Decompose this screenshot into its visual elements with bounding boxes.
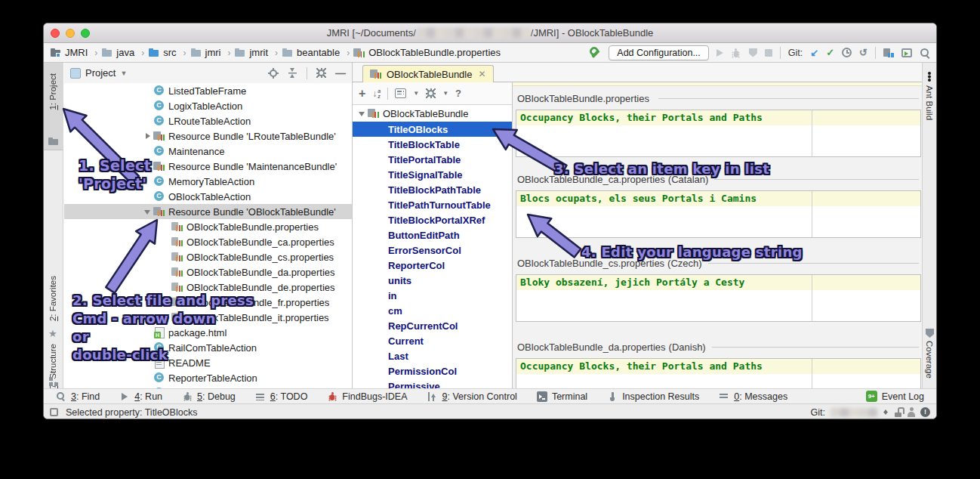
key-row[interactable]: cm [353,303,512,318]
sidebar-tab-project[interactable]: 1: Project [48,73,57,110]
toggle-toolwindows-icon[interactable] [50,408,58,416]
title-bar[interactable]: JMRI [~/Documents//JMRI] - OBlockTableBu… [44,23,936,43]
breadcrumb-item[interactable]: JMRI › [50,47,101,59]
key-row[interactable]: ReporterCol [353,258,512,273]
breadcrumb-item[interactable]: src › [148,47,190,59]
coverage-icon[interactable] [749,48,757,57]
rollback-icon[interactable]: ↺ [859,48,868,58]
tool-window-button[interactable]: 9: Version Control [427,391,517,402]
branch-switcher-icon[interactable] [883,407,889,417]
breadcrumb-item[interactable]: beantable › [282,47,353,59]
chevron-down-icon[interactable]: ▼ [442,90,448,97]
key-row[interactable]: RepCurrentCol [353,318,512,333]
key-row[interactable]: PermissionCol [353,363,512,379]
key-row[interactable]: TitleBlockTable [353,137,512,152]
tree-row[interactable]: OBlockTableBundle_da.properties [64,264,352,280]
event-log-label: Event Log [882,391,924,402]
tree-row[interactable]: OBlockTableBundle_cs.properties [64,249,352,264]
key-row[interactable]: ButtonEditPath [353,227,512,243]
key-row[interactable]: TitleBlockPathTable [353,182,512,197]
collapse-all-icon[interactable] [288,68,297,78]
breadcrumb-item[interactable]: java › [101,47,148,59]
add-configuration-button[interactable]: Add Configuration... [609,45,709,60]
tree-row[interactable]: OBlockTableBundle_ca.properties [64,234,352,249]
gear-icon[interactable] [316,68,326,78]
key-row[interactable]: units [353,273,512,288]
tree-row[interactable]: Resource Bundle 'LRouteTableBundle' [64,128,352,144]
add-property-icon[interactable]: + [359,88,365,99]
git-commit-icon[interactable]: ✓ [826,48,834,58]
value-editor[interactable]: Bloky obsazení, jejich Portály a Cesty [516,274,921,322]
hide-panel-icon[interactable]: — [335,68,346,79]
expand-arrow-icon[interactable] [143,206,153,218]
sort-icon[interactable]: ↓az [372,88,381,99]
value-editor[interactable]: Occupancy Blocks, their Portals and Path… [516,358,921,388]
key-row[interactable]: TitlePathTurnoutTable [353,197,512,212]
tree-row[interactable]: Resource Bundle 'OBlockTableBundle' [64,204,352,219]
debug-icon[interactable] [731,48,741,58]
run-icon[interactable] [717,49,723,57]
search-everywhere-icon[interactable] [920,48,930,58]
value-text[interactable]: Occupancy Blocks, their Portals and Path… [520,360,763,372]
project-structure-icon[interactable] [883,48,894,58]
keys-root-label: OBlockTableBundle [383,108,468,119]
wrench-icon[interactable] [589,47,601,59]
project-panel-header[interactable]: Project ▼ — [64,63,352,83]
history-icon[interactable] [842,48,852,57]
key-row[interactable]: TitleSignalTable [353,167,512,182]
sidebar-tab-favorites[interactable]: 2: Favorites [48,276,57,321]
tree-row[interactable]: ReporterTableAction [64,370,352,385]
help-icon[interactable]: ? [455,88,461,99]
breadcrumb-item[interactable]: jmrit › [234,47,282,59]
key-row[interactable]: TitleOBlocks [353,122,512,137]
breadcrumb-item[interactable]: OBlockTableBundle.properties › [353,47,501,59]
value-editor[interactable]: Occupancy Blocks, their Portals and Path… [516,110,921,157]
tool-window-button[interactable]: 4: Run [119,391,162,402]
key-row[interactable]: in [353,288,512,303]
tool-window-button[interactable]: 5: Debug [182,391,236,402]
tool-window-button[interactable]: Inspection Results [607,391,699,402]
value-editor[interactable]: Blocs ocupats, els seus Portals i Camins [516,190,921,238]
key-row[interactable]: TitlePortalTable [353,152,512,167]
tree-row[interactable]: LogixTableAction [64,98,352,113]
tool-window-button[interactable]: 0: Messages [719,391,787,402]
expand-arrow-icon[interactable] [143,130,153,142]
key-row[interactable]: Permissive [353,379,512,388]
tree-row[interactable]: LRouteTableAction [64,113,352,128]
key-row[interactable]: ErrorSensorCol [353,243,512,258]
close-tab-icon[interactable]: ✕ [478,69,485,79]
value-text[interactable]: Blocs ocupats, els seus Portals i Camins [520,193,757,204]
breadcrumb-item[interactable]: jmri › [190,47,235,59]
key-row[interactable]: Last [353,348,512,363]
zoom-button[interactable] [81,29,90,38]
tool-window-button[interactable]: 6: TODO [255,391,308,402]
expand-arrow-icon[interactable] [357,107,368,119]
gear-icon[interactable] [426,88,436,98]
value-text[interactable]: Bloky obsazení, jejich Portály a Cesty [520,277,744,288]
preview-icon[interactable] [901,48,912,57]
filter-icon[interactable] [395,88,406,98]
minimize-button[interactable] [66,29,75,38]
stop-icon[interactable] [765,49,772,57]
chevron-down-icon[interactable]: ▼ [413,90,419,97]
key-label: ButtonEditPath [388,230,460,241]
git-update-icon[interactable]: ↙ [810,48,818,58]
sidebar-tab-ant-build[interactable]: Ant Build [925,85,934,120]
unlock-icon[interactable] [894,407,902,418]
alert-icon[interactable] [920,407,930,417]
hector-inspector-icon[interactable] [907,407,916,417]
editor-tab[interactable]: OBlockTableBundle ✕ [362,65,494,82]
close-button[interactable] [51,29,60,38]
keys-root-row[interactable]: OBlockTableBundle [353,105,512,122]
tree-row[interactable]: OBlockTableBundle.properties [64,219,352,234]
tree-row[interactable]: ListedTableFrame [64,83,352,98]
tool-window-button[interactable]: FindBugs-IDEA [327,391,407,402]
key-row[interactable]: TitleBlockPortalXRef [353,212,512,227]
sidebar-tab-coverage[interactable]: Coverage [925,341,934,379]
tool-window-button[interactable]: Terminal [537,391,587,402]
tool-window-button[interactable]: 3: Find [56,391,100,402]
value-text[interactable]: Occupancy Blocks, their Portals and Path… [520,112,763,123]
key-row[interactable]: Current [353,333,512,348]
event-log-button[interactable]: 9+ Event Log [866,391,924,402]
locate-icon[interactable] [268,68,279,79]
